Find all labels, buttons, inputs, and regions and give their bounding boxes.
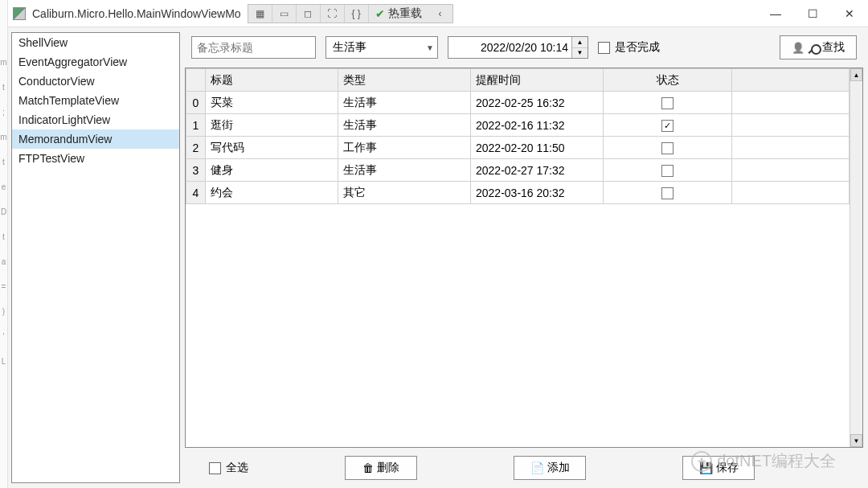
done-filter: 是否完成 <box>598 40 660 55</box>
cell-status[interactable] <box>604 182 732 204</box>
row-checkbox[interactable] <box>661 187 674 199</box>
scroll-up-button[interactable]: ▲ <box>850 68 862 81</box>
row-header[interactable]: 3 <box>186 159 206 182</box>
add-button[interactable]: 📄 添加 <box>514 456 586 480</box>
row-header[interactable]: 0 <box>186 92 206 114</box>
datetime-value: 2022/02/20 10:14 <box>448 41 571 54</box>
col-header-extra[interactable] <box>732 69 850 92</box>
cell-time[interactable]: 2022-02-25 16:32 <box>471 92 604 114</box>
delete-button[interactable]: 🗑 删除 <box>345 456 417 480</box>
type-combo-value: 生活事 <box>333 40 366 55</box>
close-button[interactable]: ✕ <box>831 1 868 27</box>
vs-tool-btn-4[interactable]: ⛶ <box>321 5 345 23</box>
minimize-button[interactable]: — <box>757 1 794 27</box>
sidebar-item[interactable]: ConductorView <box>12 72 179 91</box>
cell-type[interactable]: 工作事 <box>338 137 471 159</box>
vs-toolbar-collapse[interactable]: ‹ <box>428 5 452 23</box>
row-checkbox[interactable] <box>661 142 674 154</box>
cell-title[interactable]: 约会 <box>206 182 338 204</box>
done-checkbox[interactable] <box>598 42 610 54</box>
window-controls: — ☐ ✕ <box>757 1 868 27</box>
bottom-bar: 全选 🗑 删除 📄 添加 💾 保存 <box>185 453 863 483</box>
spinner-down[interactable]: ▼ <box>572 48 588 59</box>
cell-title[interactable]: 写代码 <box>206 137 338 159</box>
row-checkbox[interactable] <box>661 97 674 109</box>
sidebar-item[interactable]: IndicatorLightView <box>12 110 179 129</box>
vertical-scrollbar: ▲ ▼ <box>850 68 862 447</box>
person-icon <box>792 41 805 54</box>
cell-extra[interactable] <box>732 92 850 114</box>
row-checkbox[interactable] <box>661 165 674 177</box>
data-grid: 标题 类型 提醒时间 状态 0买菜生活事2022-02-25 16:321逛街生… <box>185 68 863 448</box>
sidebar-item[interactable]: FTPTestView <box>12 149 179 168</box>
table-row[interactable]: 2写代码工作事2022-02-20 11:50 <box>186 137 850 159</box>
save-icon: 💾 <box>699 461 713 474</box>
search-icon <box>808 42 819 53</box>
maximize-button[interactable]: ☐ <box>794 1 831 27</box>
datetime-spinner: ▲ ▼ <box>571 37 588 58</box>
table-row[interactable]: 0买菜生活事2022-02-25 16:32 <box>186 92 850 114</box>
table-row[interactable]: 4约会其它2022-03-16 20:32 <box>186 182 850 204</box>
titlebar: Caliburn.Micro.Hello.MainWindowViewMo ▦ … <box>8 0 868 27</box>
select-all-checkbox[interactable] <box>209 462 221 474</box>
save-button[interactable]: 💾 保存 <box>682 456 755 480</box>
delete-label: 删除 <box>377 461 399 475</box>
cell-type[interactable]: 生活事 <box>338 114 471 137</box>
cell-status[interactable] <box>604 137 732 159</box>
cell-title[interactable]: 买菜 <box>206 92 338 114</box>
scroll-down-button[interactable]: ▼ <box>850 434 862 447</box>
hot-reload[interactable]: ✔ 热重载 <box>369 6 428 21</box>
col-header-time[interactable]: 提醒时间 <box>471 69 604 92</box>
cell-time[interactable]: 2022-02-20 11:50 <box>471 137 604 159</box>
add-icon: 📄 <box>530 461 544 474</box>
cell-status[interactable] <box>604 92 732 114</box>
cell-type[interactable]: 其它 <box>338 182 471 204</box>
table-row[interactable]: 1逛街生活事2022-02-16 11:32✓ <box>186 114 850 137</box>
select-all-label: 全选 <box>226 461 248 475</box>
cell-title[interactable]: 健身 <box>206 159 338 182</box>
cell-time[interactable]: 2022-02-16 11:32 <box>471 114 604 137</box>
select-all: 全选 <box>209 461 248 475</box>
vs-tool-btn-2[interactable]: ▭ <box>272 5 297 23</box>
save-label: 保存 <box>716 461 739 475</box>
col-header-status[interactable]: 状态 <box>604 69 732 92</box>
vs-tool-btn-5[interactable]: { } <box>345 5 369 23</box>
app-icon <box>13 7 26 20</box>
search-button[interactable]: 查找 <box>780 35 857 59</box>
corner-header[interactable] <box>186 69 206 92</box>
row-header[interactable]: 1 <box>186 114 206 137</box>
datetime-picker[interactable]: 2022/02/20 10:14 ▲ ▼ <box>448 36 588 59</box>
cell-extra[interactable] <box>732 159 850 182</box>
vs-tool-btn-3[interactable]: ◻ <box>297 5 321 23</box>
sidebar-item[interactable]: MatchTemplateView <box>12 91 179 110</box>
filter-bar: 生活事 ▼ 2022/02/20 10:14 ▲ ▼ 是否完成 查找 <box>185 32 863 63</box>
row-checkbox[interactable]: ✓ <box>661 120 674 132</box>
hot-reload-label: 热重载 <box>388 6 422 21</box>
sidebar-item[interactable]: EventAggregatorView <box>12 52 179 72</box>
window-title: Caliburn.Micro.Hello.MainWindowViewMo <box>32 7 241 20</box>
add-label: 添加 <box>547 461 570 475</box>
col-header-title[interactable]: 标题 <box>206 69 338 92</box>
cell-extra[interactable] <box>732 114 850 137</box>
cell-time[interactable]: 2022-03-16 20:32 <box>471 182 604 204</box>
check-icon: ✔ <box>375 7 385 20</box>
table-row[interactable]: 3健身生活事2022-02-27 17:32 <box>186 159 850 182</box>
row-header[interactable]: 4 <box>186 182 206 204</box>
col-header-type[interactable]: 类型 <box>338 69 471 92</box>
spinner-up[interactable]: ▲ <box>572 37 588 48</box>
sidebar-item[interactable]: MemorandumView <box>12 129 179 149</box>
sidebar-item[interactable]: ShellView <box>12 33 179 52</box>
cell-time[interactable]: 2022-02-27 17:32 <box>471 159 604 182</box>
title-input[interactable] <box>191 36 316 59</box>
cell-type[interactable]: 生活事 <box>338 92 471 114</box>
row-header[interactable]: 2 <box>186 137 206 159</box>
scroll-track[interactable] <box>850 81 862 434</box>
cell-extra[interactable] <box>732 182 850 204</box>
cell-extra[interactable] <box>732 137 850 159</box>
cell-status[interactable] <box>604 159 732 182</box>
vs-tool-btn-1[interactable]: ▦ <box>248 5 272 23</box>
type-combo[interactable]: 生活事 ▼ <box>326 36 438 59</box>
cell-title[interactable]: 逛街 <box>206 114 338 137</box>
cell-status[interactable]: ✓ <box>604 114 732 137</box>
cell-type[interactable]: 生活事 <box>338 159 471 182</box>
